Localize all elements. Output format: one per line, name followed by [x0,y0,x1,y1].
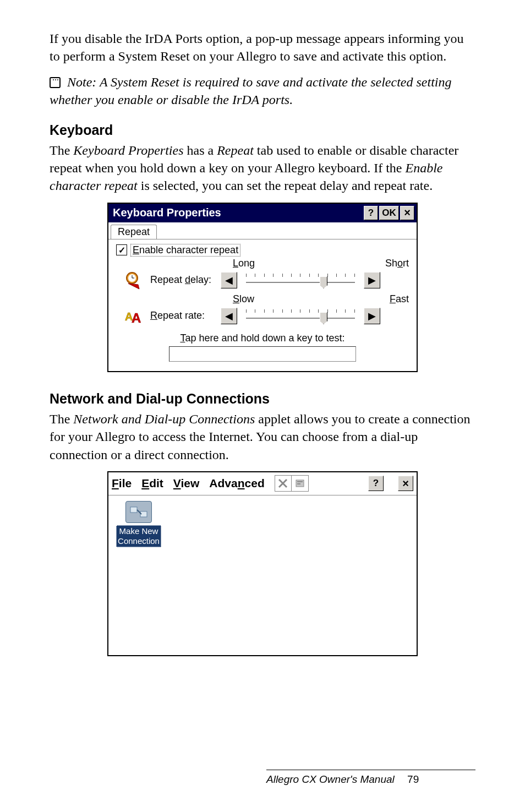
window-title: Keyboard Properties [111,206,363,219]
keyboard-properties-window: Keyboard Properties ? OK × Repeat ✓ Enab… [107,203,418,372]
toolbar-icons [275,475,309,492]
close-button[interactable]: × [398,476,413,491]
keyboard-properties-screenshot: Keyboard Properties ? OK × Repeat ✓ Enab… [50,203,475,372]
help-button[interactable]: ? [368,476,384,491]
client-area: Make New Connection [108,495,417,553]
tab-repeat[interactable]: Repeat [111,225,157,239]
delete-icon[interactable] [275,476,292,491]
clock-icon [123,269,145,291]
repeat-delay-label: Repeat delay: [150,274,215,286]
short-label: Short [369,258,409,269]
menu-edit[interactable]: Edit [141,477,163,490]
heading-network: Network and Dial-up Connections [50,391,475,407]
repeat-icon: AA [123,305,145,327]
close-button[interactable]: × [400,206,414,220]
menu-advanced[interactable]: Advanced [209,477,264,490]
help-button[interactable]: ? [364,206,378,220]
ok-button[interactable]: OK [379,206,399,220]
svg-rect-10 [297,483,300,484]
test-input[interactable] [169,346,356,362]
enable-repeat-label: Enable character repeat [130,244,240,257]
rate-slider[interactable] [243,308,358,324]
properties-icon[interactable] [292,476,308,491]
footer-page-number: 79 [407,773,419,785]
delay-slider[interactable] [243,272,358,288]
network-connections-window: File Edit View Advanced ? × Make New [107,471,418,656]
heading-keyboard: Keyboard [50,122,475,138]
menu-bar: File Edit View Advanced ? × [108,472,417,495]
make-new-connection-item[interactable]: Make New Connection [114,501,163,547]
fast-label: Fast [369,293,409,305]
long-label: Long [233,258,277,269]
panel: ✓ Enable character repeat Long Short Rep… [108,239,417,371]
enable-repeat-checkbox[interactable]: ✓ [116,244,127,255]
titlebar: Keyboard Properties ? OK × [108,204,417,222]
intro-paragraph: If you disable the IrDA Ports option, a … [50,30,475,66]
footer-title: Allegro CX Owner's Manual [266,773,395,785]
tab-row: Repeat [108,222,417,239]
rate-increase-button[interactable]: ▶ [364,308,380,324]
repeat-rate-label: Repeat rate: [150,310,215,321]
svg-rect-11 [130,507,137,513]
rate-decrease-button[interactable]: ◀ [221,308,237,324]
network-paragraph: The Network and Dial-up Connections appl… [50,410,475,464]
test-label: Tap here and hold down a key to test: [116,333,409,344]
delay-decrease-button[interactable]: ◀ [221,272,237,288]
network-connections-screenshot: File Edit View Advanced ? × Make New [50,471,475,656]
svg-rect-9 [297,481,303,482]
connection-icon [125,501,152,523]
note-icon [50,77,61,88]
svg-text:A: A [132,310,141,325]
menu-file[interactable]: File [112,477,132,490]
keyboard-paragraph: The Keyboard Properties has a Repeat tab… [50,141,475,195]
menu-view[interactable]: View [173,477,200,490]
note-text: Note: A System Reset is required to save… [50,75,451,107]
page-footer: Allegro CX Owner's Manual 79 [266,770,475,786]
make-new-connection-label: Make New Connection [116,525,161,547]
delay-increase-button[interactable]: ▶ [364,272,380,288]
slow-label: Slow [233,293,277,305]
note-paragraph: Note: A System Reset is required to save… [50,73,475,109]
